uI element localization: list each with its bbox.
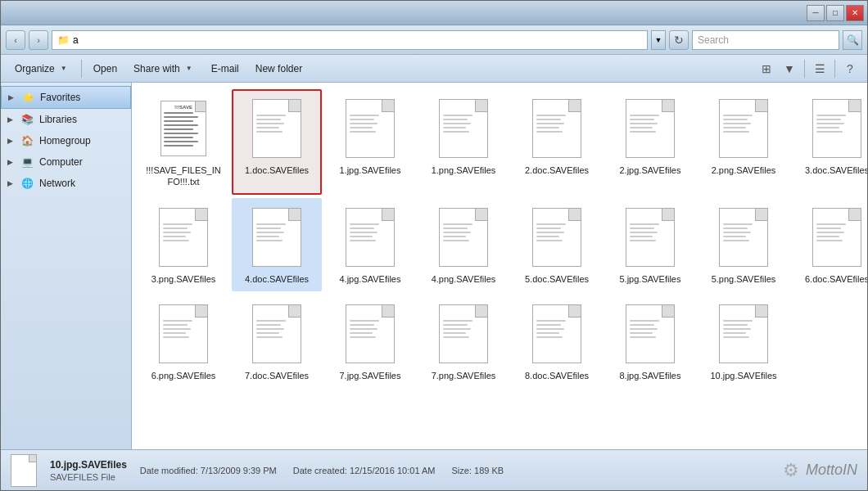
help-button[interactable]: ? (839, 58, 861, 79)
sidebar-item-favorites[interactable]: ▶ ⭐ Favorites (1, 86, 131, 109)
doc-line (536, 127, 559, 128)
maximize-button[interactable]: □ (826, 5, 844, 21)
doc-file-icon (346, 208, 395, 267)
file-item[interactable]: 3.doc.SAVEfiles (792, 89, 867, 195)
file-grid: !!!SAVE !!!SAVE_FILES_INFO!!!.txt (138, 89, 861, 388)
email-button[interactable]: E-mail (204, 58, 246, 79)
forward-button[interactable]: › (29, 30, 48, 50)
share-dropdown-icon[interactable]: ▼ (183, 58, 195, 79)
file-name: 4.png.SAVEfiles (432, 273, 496, 285)
doc-line (256, 336, 283, 338)
doc-line (536, 332, 559, 334)
file-name: 1.png.SAVEfiles (432, 164, 496, 176)
doc-file-icon (532, 304, 581, 363)
mottoin-logo: MottoIN (806, 462, 857, 479)
file-item[interactable]: 2.doc.SAVEfiles (512, 89, 602, 195)
view-medium-icons-button[interactable]: ⊞ (756, 58, 777, 79)
organize-button[interactable]: Organize ▼ (7, 58, 77, 79)
status-meta: Date modified: 7/13/2009 9:39 PM Date cr… (140, 466, 504, 475)
file-item[interactable]: 8.doc.SAVEfiles (512, 295, 602, 388)
file-item[interactable]: 6.png.SAVEfiles (138, 295, 228, 388)
file-item[interactable]: 4.png.SAVEfiles (418, 198, 509, 291)
doc-line (536, 131, 563, 133)
doc-line (536, 336, 563, 338)
doc-line (350, 324, 374, 326)
back-button[interactable]: ‹ (6, 30, 25, 50)
doc-icon-lines (443, 320, 484, 338)
share-with-button[interactable]: Share with ▼ (126, 58, 202, 79)
search-button[interactable]: 🔍 (843, 30, 862, 50)
sidebar-item-homegroup[interactable]: ▶ 🏠 Homegroup (1, 130, 131, 151)
file-area[interactable]: !!!SAVE !!!SAVE_FILES_INFO!!!.txt (132, 83, 867, 449)
sidebar-item-network[interactable]: ▶ 🌐 Network (1, 173, 131, 194)
doc-line (443, 123, 471, 124)
doc-file-icon (626, 99, 675, 158)
file-item[interactable]: 7.png.SAVEfiles (418, 295, 509, 388)
address-text: a (73, 34, 79, 46)
file-item[interactable]: 4.jpg.SAVEfiles (325, 198, 415, 291)
file-item[interactable]: 5.doc.SAVEfiles (512, 198, 602, 291)
file-item[interactable]: 5.jpg.SAVEfiles (605, 198, 695, 291)
file-item[interactable]: 2.png.SAVEfiles (698, 89, 789, 195)
file-item[interactable]: 5.png.SAVEfiles (698, 198, 789, 291)
file-item[interactable]: 3.png.SAVEfiles (138, 198, 228, 291)
file-icon-container (622, 205, 679, 270)
doc-line (723, 127, 746, 128)
address-dropdown[interactable]: ▼ (651, 30, 666, 50)
computer-expand-icon: ▶ (7, 158, 13, 166)
doc-line (536, 119, 561, 120)
close-button[interactable]: ✕ (846, 5, 864, 21)
doc-line (443, 320, 472, 322)
doc-line (536, 227, 561, 229)
file-item[interactable]: 1.doc.SAVEfiles (232, 89, 322, 195)
doc-line (536, 324, 561, 326)
doc-icon-lines (163, 223, 204, 241)
file-item[interactable]: 6.doc.SAVEfiles (792, 198, 867, 291)
file-item[interactable]: 2.jpg.SAVEfiles (605, 89, 695, 195)
toolbar-right: ⊞ ▼ ☰ ? (756, 58, 861, 79)
open-button[interactable]: Open (86, 58, 124, 79)
file-item[interactable]: 4.doc.SAVEfiles (232, 198, 322, 291)
file-item[interactable]: 1.png.SAVEfiles (418, 89, 509, 195)
file-icon-container (341, 96, 399, 161)
new-folder-button[interactable]: New folder (248, 58, 310, 79)
address-input[interactable]: 📁 a (52, 30, 648, 50)
sidebar-item-computer[interactable]: ▶ 💻 Computer (1, 151, 131, 173)
doc-line (163, 236, 186, 237)
minimize-button[interactable]: ─ (807, 5, 825, 21)
search-box[interactable]: Search (692, 30, 839, 50)
new-folder-label: New folder (255, 63, 302, 74)
doc-line (630, 123, 658, 124)
homegroup-label: Homegroup (39, 135, 91, 146)
refresh-button[interactable]: ↻ (669, 30, 689, 50)
doc-line (630, 115, 659, 116)
doc-icon-lines (536, 320, 577, 338)
doc-line (723, 123, 751, 124)
toolbar-separator-3 (834, 60, 835, 78)
doc-line (630, 131, 656, 133)
doc-icon-lines (630, 115, 671, 133)
file-item[interactable]: 7.doc.SAVEfiles (232, 295, 322, 388)
doc-icon-lines (443, 115, 484, 133)
doc-line (443, 115, 472, 116)
doc-line (163, 227, 188, 229)
doc-line (350, 127, 373, 128)
file-item[interactable]: 7.jpg.SAVEfiles (325, 295, 415, 388)
sidebar-item-libraries[interactable]: ▶ 📚 Libraries (1, 109, 131, 130)
file-item[interactable]: 10.jpg.SAVEfiles (698, 295, 789, 388)
file-icon-container (435, 205, 492, 270)
organize-dropdown-icon[interactable]: ▼ (58, 58, 70, 79)
doc-file-icon (159, 304, 208, 363)
file-item[interactable]: !!!SAVE !!!SAVE_FILES_INFO!!!.txt (138, 89, 228, 195)
doc-file-icon (719, 99, 768, 158)
email-label: E-mail (211, 63, 239, 74)
doc-line (630, 119, 654, 120)
view-dropdown-button[interactable]: ▼ (779, 58, 800, 79)
file-item[interactable]: 1.jpg.SAVEfiles (325, 89, 415, 195)
doc-icon-lines (723, 115, 764, 133)
file-name: 1.doc.SAVEfiles (245, 164, 309, 176)
file-name: 4.jpg.SAVEfiles (339, 273, 400, 285)
file-item[interactable]: 8.jpg.SAVEfiles (605, 295, 695, 388)
details-pane-button[interactable]: ☰ (809, 58, 830, 79)
doc-line (723, 328, 751, 330)
